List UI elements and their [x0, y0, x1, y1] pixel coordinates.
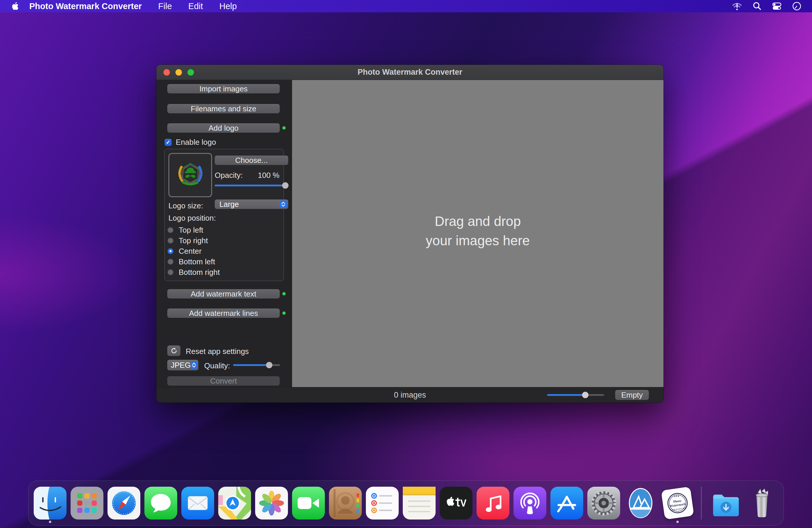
radio-bottom-right[interactable] — [168, 269, 173, 275]
dock-music-icon[interactable] — [477, 487, 509, 519]
add-logo-button[interactable]: Add logo — [167, 123, 280, 133]
dock-launchpad-icon[interactable] — [71, 487, 103, 519]
drop-instructions: Drag and drop your images here — [426, 212, 530, 250]
logo-image — [173, 158, 208, 192]
radio-label: Top left — [179, 226, 203, 235]
logo-position-option: Center — [168, 247, 202, 255]
dock-safari-icon[interactable] — [107, 487, 140, 519]
menubar-app-name[interactable]: Photo Watermark Converter — [29, 1, 142, 11]
dock-podcasts-icon[interactable] — [513, 487, 546, 519]
radio-center[interactable] — [168, 248, 173, 254]
dock-maps-icon[interactable] — [218, 487, 251, 519]
choose-logo-button[interactable]: Choose... — [215, 156, 288, 165]
logo-size-label: Logo size: — [169, 201, 203, 210]
thumbnail-size-slider[interactable] — [547, 394, 604, 396]
radio-label: Bottom right — [179, 268, 220, 277]
watermark-lines-indicator — [282, 312, 286, 315]
opacity-slider[interactable] — [215, 185, 288, 186]
dock-finder-icon[interactable] — [34, 487, 67, 519]
menubar-status-area — [732, 0, 802, 12]
dock-mountain-app-icon[interactable] — [624, 487, 657, 519]
dock-appletv-icon[interactable] — [440, 487, 473, 519]
watermark-text-indicator — [282, 292, 286, 295]
radio-top-right[interactable] — [168, 238, 173, 243]
filenames-size-button[interactable]: Filenames and size — [167, 104, 280, 113]
add-watermark-text-button[interactable]: Add watermark text — [167, 289, 280, 299]
dock-photos-icon[interactable] — [255, 487, 288, 519]
logo-settings-group: Choose... Opacity: 100 % Logo size: Larg… — [164, 149, 284, 281]
enable-logo-label: Enable logo — [176, 138, 216, 147]
finder-running-dot — [49, 521, 51, 523]
dock-trash-icon[interactable] — [745, 487, 778, 519]
radio-top-left[interactable] — [168, 227, 173, 233]
window-status-bar: 0 images Empty — [156, 387, 664, 403]
dock-downloads-icon[interactable] — [709, 487, 741, 519]
menubar-item-file[interactable]: File — [158, 1, 172, 11]
drop-line-2: your images here — [426, 231, 530, 250]
enable-logo-row: ✓ Enable logo — [165, 138, 216, 147]
dock-facetime-icon[interactable] — [292, 487, 325, 519]
radio-label: Bottom left — [179, 257, 215, 266]
dock-photo-watermark-converter-icon[interactable]: Photo Watermark CONVERTER — [661, 487, 694, 519]
dock-contacts-icon[interactable] — [329, 487, 362, 519]
quality-label: Quality: — [204, 361, 230, 370]
logo-position-label: Logo position: — [169, 214, 216, 223]
logo-position-option: Bottom right — [168, 268, 220, 276]
drop-line-1: Drag and drop — [426, 212, 530, 231]
dock-notes-icon[interactable] — [403, 487, 436, 519]
radio-label: Top right — [179, 236, 208, 245]
quality-slider[interactable] — [233, 364, 280, 366]
stepper-icon — [279, 200, 287, 208]
reload-icon — [170, 347, 178, 355]
pwc-running-dot — [676, 521, 679, 523]
dock-separator — [701, 487, 701, 519]
format-value: JPEG — [167, 361, 191, 370]
logo-size-value: Large — [215, 200, 279, 209]
wifi-alert-icon[interactable] — [732, 1, 742, 11]
dock-messages-icon[interactable] — [144, 487, 177, 519]
menubar-item-edit[interactable]: Edit — [188, 1, 203, 11]
control-center-icon[interactable] — [772, 1, 782, 11]
app-window: Photo Watermark Converter Import images … — [156, 65, 664, 403]
import-images-button[interactable]: Import images — [167, 84, 280, 94]
window-title: Photo Watermark Converter — [156, 68, 664, 77]
reset-settings-label: Reset app settings — [186, 347, 249, 356]
empty-list-button[interactable]: Empty — [615, 390, 649, 400]
dock-system-preferences-icon[interactable] — [587, 487, 620, 519]
radio-bottom-left[interactable] — [168, 259, 173, 265]
reset-settings-button[interactable] — [167, 345, 180, 356]
add-logo-enabled-indicator — [282, 126, 286, 129]
controls-sidebar: Import images Filenames and size Add log… — [156, 80, 292, 387]
format-dropdown[interactable]: JPEG — [167, 360, 198, 370]
logo-size-dropdown[interactable]: Large — [215, 200, 288, 209]
image-drop-zone[interactable]: Drag and drop your images here — [292, 80, 664, 387]
pwc-stamp: Photo Watermark CONVERTER — [661, 487, 694, 520]
dock-mail-icon[interactable] — [181, 487, 214, 519]
logo-position-option: Top left — [168, 226, 203, 234]
window-titlebar[interactable]: Photo Watermark Converter — [156, 65, 664, 80]
logo-preview[interactable] — [169, 153, 212, 197]
apple-menu-icon[interactable] — [11, 2, 19, 11]
search-icon[interactable] — [752, 1, 762, 11]
clock-icon[interactable] — [792, 1, 802, 11]
opacity-label: Opacity: — [215, 171, 243, 180]
enable-logo-checkbox[interactable]: ✓ — [165, 139, 172, 146]
logo-position-option: Top right — [168, 237, 208, 245]
svg-text:Watermark: Watermark — [670, 502, 686, 508]
stepper-icon — [191, 361, 197, 369]
menu-bar: Photo Watermark Converter File Edit Help — [0, 0, 812, 12]
logo-position-option: Bottom left — [168, 258, 215, 266]
menubar-item-help[interactable]: Help — [219, 1, 237, 11]
convert-button[interactable]: Convert — [167, 376, 280, 386]
dock-appstore-icon[interactable] — [550, 487, 583, 519]
dock: Photo Watermark CONVERTER — [28, 481, 784, 526]
add-watermark-lines-button[interactable]: Add watermark lines — [167, 309, 280, 318]
radio-label: Center — [179, 247, 202, 256]
dock-reminders-icon[interactable] — [366, 487, 399, 519]
opacity-value: 100 % — [258, 171, 279, 180]
